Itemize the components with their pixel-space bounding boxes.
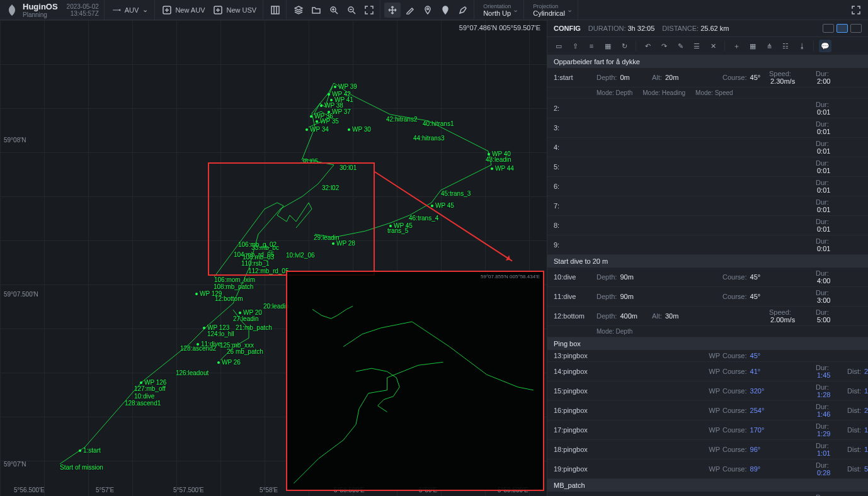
waypoint-label[interactable]: 106:mom_lxim [214,276,255,283]
waypoint-label[interactable]: WP 30 [348,126,371,133]
move-tool-icon[interactable] [384,3,401,18]
columns-icon[interactable] [267,3,283,18]
redo-icon[interactable]: ↷ [658,40,670,52]
mission-row[interactable]: 9:Dur: 0:01CsCPowerOn••• [547,235,868,255]
lon-label: 5°58'E [260,487,278,493]
folder-icon[interactable] [308,3,324,18]
waypoint-label[interactable]: 128:ascend1 [125,400,161,407]
waypoint-label[interactable]: 12:bottom [215,295,243,302]
layout-right-icon[interactable] [850,24,862,33]
waypoint-label[interactable]: Start of mission [60,464,103,471]
folder-open-icon[interactable]: ▭ [552,40,565,52]
export-icon[interactable]: ⇪ [569,40,581,52]
layout-toggle[interactable] [823,24,862,33]
mission-rows[interactable]: Opparbeider fart for å dykke1:startDepth… [547,55,868,496]
waypoint-label[interactable]: 126:leadout [176,369,208,376]
waypoint-label[interactable]: 27:leadin [233,315,259,322]
waypoint-label[interactable]: 38:l05 [301,158,318,165]
layout-split-icon[interactable] [837,24,848,33]
waypoint-label[interactable]: WP 37 [328,108,351,115]
list-icon[interactable]: ☰ [690,40,703,52]
waypoint-label[interactable]: WP 26 [217,359,241,366]
waypoint-label[interactable]: 45:trans_3 [441,190,471,197]
waypoint-label[interactable]: 46:trans_4 [409,215,438,222]
grid-icon[interactable]: ▦ [746,40,759,52]
waypoint-label[interactable]: 44:hitrans3 [413,135,444,142]
mission-row[interactable]: 13:pingboxWPCourse: 45°••• [547,350,868,362]
header-date: 2023-05-02 [67,3,99,10]
fullscreen-icon[interactable] [848,3,864,18]
zoom-in-icon[interactable] [326,3,342,18]
new-usv-button[interactable]: New USV [210,3,260,18]
add-icon[interactable]: ＋ [730,40,743,52]
undo-icon[interactable]: ↶ [641,40,654,52]
pin-tool-icon[interactable] [420,3,436,18]
waypoint-label[interactable]: 108:mb_patch [214,283,253,290]
waypoint-label[interactable]: WP 39 [334,83,357,90]
comment-icon[interactable]: 💬 [819,40,831,52]
mission-row[interactable]: 18:pingboxWPCourse: 96°Dur: 1:01Dist: 12… [547,440,868,459]
waypoint-label[interactable]: 42:hitrans2 [386,116,417,123]
waypoint-label[interactable]: 32:l02 [322,184,339,191]
waypoint-label[interactable]: 21:mb_patch [236,324,272,331]
waypoint-label[interactable]: trans_5 [387,227,408,234]
waypoint-label[interactable]: 10:dive [134,393,154,400]
waypoint-label[interactable]: WP 45 [431,202,454,209]
refresh-icon[interactable]: ↻ [618,40,631,52]
new-auv-button[interactable]: New AUV [159,3,208,18]
zoom-out-icon[interactable] [343,3,360,18]
waypoint-label[interactable]: WP 41 [330,96,353,103]
mission-row[interactable]: 10:diveDepth: 90mCourse: 45°Dur: 4:00••• [547,268,868,287]
download-icon[interactable]: ⭳ [796,40,808,52]
mission-row[interactable]: 1:startDepth: 0mAlt: 20mCourse: 45°Speed… [547,68,868,87]
settings-icon[interactable]: ≡ [585,40,598,52]
mission-row[interactable]: 14:pingboxWPCourse: 41°Dur: 1:45Dist: 21… [547,362,868,381]
mission-row[interactable]: 12:bottomDepth: 400mAlt: 30mSpeed: 2.00m… [547,307,868,326]
waypoint-label[interactable]: 127:mb_off [134,385,166,392]
waypoint-label[interactable]: 108:mb_03 [243,254,274,261]
mission-row[interactable]: 4:Dur: 0:01••• [547,138,868,157]
mission-row[interactable]: 20:leadinWPCourse: 211°Dur: 4:22Dist: 52… [547,492,868,496]
mission-row[interactable]: 6:Dur: 0:01••• [547,177,868,196]
marker-tool-icon[interactable] [437,3,454,18]
waypoint-label[interactable]: 106:mb_g_02 [238,241,277,248]
edit-tool-icon[interactable] [455,3,471,18]
waypoint-label[interactable]: WP 28 [332,240,355,247]
layout-left-icon[interactable] [823,24,834,33]
mission-row[interactable]: 19:pingboxWPCourse: 89°Dur: 0:28Dist: 58… [547,459,868,479]
waypoint-label[interactable]: 110:rsb_1 [241,260,269,267]
tree-icon[interactable]: ⋔ [763,40,775,52]
waypoint-label[interactable]: 124:lo_hll [207,330,234,337]
mission-row[interactable]: 17:pingboxWPCourse: 170°Dur: 1:29Dist: 1… [547,420,868,440]
waypoint-label[interactable]: 26 mb_patch [227,348,263,355]
layers-icon[interactable] [290,3,307,18]
mission-row[interactable]: 8:Dur: 0:01••• [547,216,868,235]
waypoint-label[interactable]: 20:leadin [263,303,289,310]
vehicle-selector[interactable]: AUV ⌄ [108,3,152,18]
waypoint-label[interactable]: 128:ascend2 [180,345,216,352]
map-canvas[interactable]: 59°07.486'N 005°59.507'E Start of missio… [0,20,547,496]
sort-icon[interactable]: ☷ [779,40,792,52]
expand-icon[interactable] [361,3,377,18]
mission-row[interactable]: 15:pingboxWPCourse: 320°Dur: 1:28Dist: 1… [547,381,868,401]
waypoint-label[interactable]: 10:lvl2_06 [286,252,315,259]
mission-row[interactable]: 16:pingboxWPCourse: 254°Dur: 1:46Dist: 2… [547,401,868,420]
waypoint-label[interactable]: 112:mb_rd_05 [248,268,289,274]
waypoint-label[interactable]: WP 34 [306,126,329,133]
mission-row[interactable]: 2:Dur: 0:01EMPowerOn••• [547,99,868,118]
waypoint-label[interactable]: 30:l01 [340,164,357,171]
close-icon[interactable]: ✕ [707,40,719,52]
draw-tool-icon[interactable] [402,3,418,18]
mission-row[interactable]: 5:Dur: 0:01••• [547,157,868,177]
waypoint-label[interactable]: 1:start [79,447,101,454]
mission-row[interactable]: 7:Dur: 0:01••• [547,196,868,216]
projection-dropdown[interactable]: Projection Cylindrical [528,2,575,18]
mission-row[interactable]: 3:Dur: 0:01••• [547,118,868,138]
waypoint-label[interactable]: WP 44 [491,165,514,172]
waypoint-label[interactable]: 43:leadin [486,156,511,163]
mission-row[interactable]: 11:diveDepth: 90mCourse: 45°Dur: 3:00EMO… [547,287,868,307]
save-icon[interactable]: ▦ [602,40,614,52]
orientation-dropdown[interactable]: Orientation North Up [478,2,521,18]
waypoint-label[interactable]: 40:hitrans1 [423,120,454,127]
edit-icon[interactable]: ✎ [674,40,687,52]
